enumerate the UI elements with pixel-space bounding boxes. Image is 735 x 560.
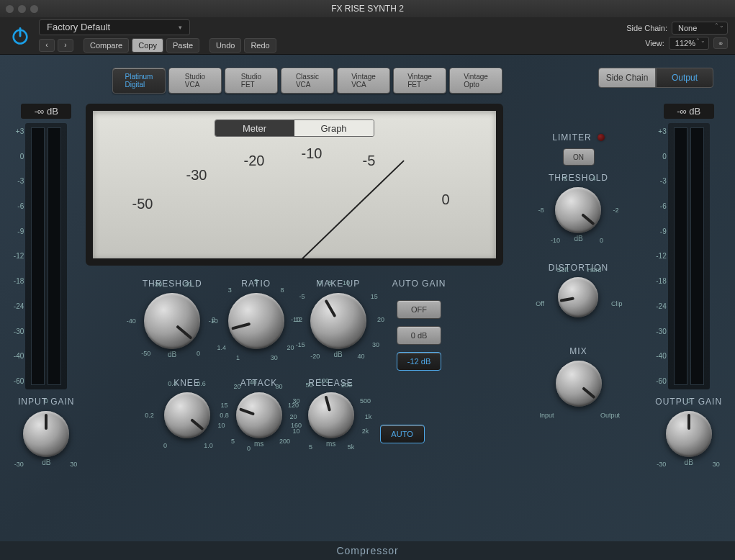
plugin-name: Compressor xyxy=(336,545,398,556)
input-gain-knob[interactable] xyxy=(23,411,69,457)
paste-button[interactable]: Paste xyxy=(166,38,199,53)
input-meter: +30-3-6-9-12-18-24-30-40-60 xyxy=(25,123,67,389)
mix-label: MIX xyxy=(569,346,587,356)
limiter-threshold-knob[interactable] xyxy=(555,187,601,233)
preset-dropdown[interactable]: Factory Default ▾ xyxy=(39,19,190,35)
undo-button[interactable]: Undo xyxy=(209,38,241,53)
link-icon[interactable]: ⚭ xyxy=(713,37,728,49)
sel-platinum-digital[interactable]: PlatinumDigital xyxy=(112,68,166,94)
output-meter: +30-3-6-9-12-18-24-30-40-60 xyxy=(668,123,710,389)
sidechain-dropdown[interactable]: None xyxy=(672,22,728,35)
output-gain-unit: dB xyxy=(685,459,693,466)
makeup-label: MAKE UP xyxy=(316,279,360,289)
knee-knob[interactable] xyxy=(164,392,210,438)
sidechain-output-toggle: Side Chain Output xyxy=(598,68,713,88)
release-label: RELEASE xyxy=(308,378,353,388)
plugin-footer: Compressor xyxy=(0,541,735,560)
autogain-off-button[interactable]: OFF xyxy=(397,300,441,319)
prev-preset-button[interactable]: ‹ xyxy=(39,39,55,52)
window-titlebar: FX RISE SYNTH 2 xyxy=(0,0,735,17)
input-db-readout: -∞ dB xyxy=(21,104,71,119)
redo-button[interactable]: Redo xyxy=(244,38,276,53)
input-meter-scale: +30-3-6-9-12-18-24-30-40-60 xyxy=(9,127,24,385)
compressor-panel: PlatinumDigital StudioVCA StudioFET Clas… xyxy=(0,55,735,541)
close-dot[interactable] xyxy=(6,5,14,13)
threshold-label: THRESHOLD xyxy=(143,279,202,289)
window-title: FX RISE SYNTH 2 xyxy=(331,4,404,14)
sidechain-tab[interactable]: Side Chain xyxy=(598,68,656,88)
next-preset-button[interactable]: › xyxy=(58,39,73,52)
sel-vintage-fet[interactable]: VintageFET xyxy=(393,68,446,94)
attack-label: ATTACK xyxy=(240,378,278,388)
distortion-label: DISTORTION xyxy=(549,263,609,273)
makeup-knob[interactable] xyxy=(310,293,366,349)
right-section: LIMITER ON THRESHOLD -6 -4 -8 -2 -10 0 xyxy=(508,104,650,407)
sel-studio-vca[interactable]: StudioVCA xyxy=(168,68,222,94)
mix-knob[interactable] xyxy=(556,361,602,407)
plugin-toolbar: Factory Default ▾ ‹ › Compare Copy Paste… xyxy=(0,17,735,55)
autogain-0db-button[interactable]: 0 dB xyxy=(397,326,441,345)
threshold-knob[interactable] xyxy=(144,293,200,349)
sel-vintage-vca[interactable]: VintageVCA xyxy=(337,68,390,94)
autogain-minus12-button[interactable]: -12 dB xyxy=(397,352,441,371)
input-gain-unit: dB xyxy=(42,459,50,466)
view-zoom-dropdown[interactable]: 112% xyxy=(669,37,709,50)
min-dot[interactable] xyxy=(18,5,26,13)
ratio-label: RATIO xyxy=(241,279,271,289)
output-db-readout: -∞ dB xyxy=(664,104,714,119)
limiter-led xyxy=(598,134,605,141)
preset-name: Factory Default xyxy=(47,22,110,32)
knee-label: KNEE xyxy=(173,378,200,388)
sel-classic-vca[interactable]: ClassicVCA xyxy=(281,68,334,94)
power-icon xyxy=(10,26,30,46)
sel-studio-fet[interactable]: StudioFET xyxy=(225,68,278,94)
traffic-lights xyxy=(6,5,38,13)
limiter-on-button[interactable]: ON xyxy=(563,148,595,166)
output-tab[interactable]: Output xyxy=(656,68,713,88)
sel-vintage-opto[interactable]: VintageOpto xyxy=(449,68,502,94)
vu-meter: Meter Graph -50 -30 -20 -10 -5 0 xyxy=(86,104,503,266)
distortion-knob[interactable] xyxy=(558,277,598,317)
attack-knob[interactable] xyxy=(236,392,282,438)
view-label: View: xyxy=(645,39,664,48)
chevron-down-icon: ▾ xyxy=(179,24,182,31)
input-meter-section: -∞ dB +30-3-6-9-12-18-24-30-40-60 INPUT … xyxy=(12,104,81,466)
release-knob[interactable] xyxy=(308,392,354,438)
sidechain-label: Side Chain: xyxy=(626,24,667,32)
ratio-knob[interactable] xyxy=(228,293,284,349)
copy-button[interactable]: Copy xyxy=(132,38,163,53)
max-dot[interactable] xyxy=(30,5,38,13)
center-section: Meter Graph -50 -30 -20 -10 -5 0 THRESHO… xyxy=(86,104,503,448)
limiter-threshold-label: THRESHOLD xyxy=(549,173,608,183)
compare-button[interactable]: Compare xyxy=(84,38,129,53)
power-button[interactable] xyxy=(7,23,33,49)
output-meter-scale: +30-3-6-9-12-18-24-30-40-60 xyxy=(652,127,667,385)
autogain-label: AUTO GAIN xyxy=(392,279,446,289)
input-gain-label: INPUT GAIN xyxy=(18,397,74,407)
output-gain-label: OUTPUT GAIN xyxy=(655,397,722,407)
output-gain-knob[interactable] xyxy=(666,411,712,457)
output-meter-section: -∞ dB +30-3-6-9-12-18-24-30-40-60 OUTPUT… xyxy=(654,104,723,466)
release-auto-button[interactable]: AUTO xyxy=(380,425,425,443)
limiter-label: LIMITER xyxy=(552,132,591,143)
